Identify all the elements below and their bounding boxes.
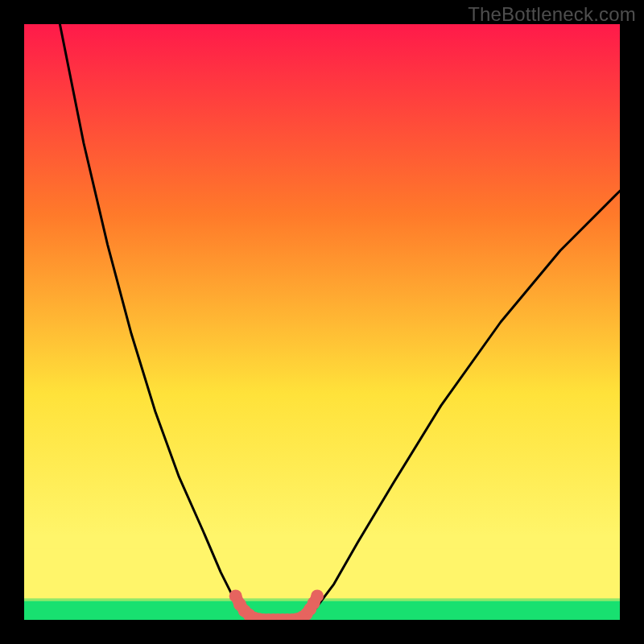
green-band — [24, 601, 620, 620]
chart-svg — [24, 24, 620, 620]
gradient-background — [24, 24, 620, 620]
valley-marker-dot — [311, 589, 324, 602]
plot-area — [24, 24, 620, 620]
chart-frame: TheBottleneck.com — [0, 0, 644, 644]
watermark-text: TheBottleneck.com — [468, 3, 636, 26]
